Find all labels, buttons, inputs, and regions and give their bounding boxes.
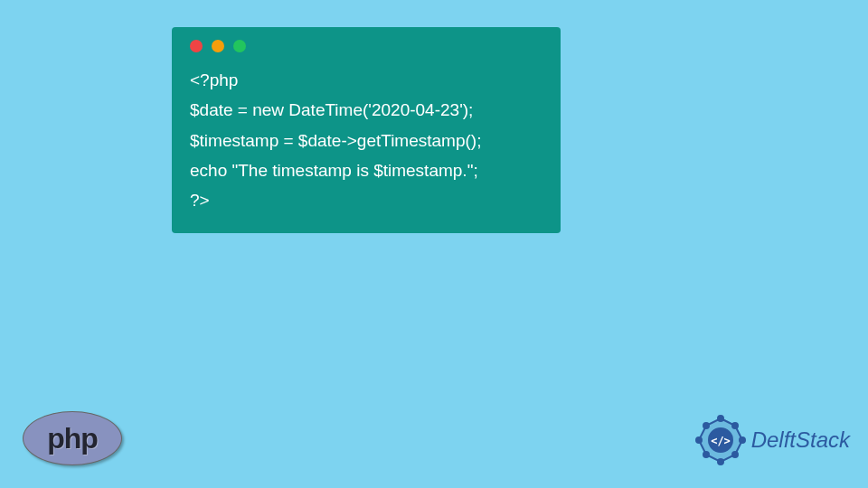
code-window: <?php $date = new DateTime('2020-04-23')… xyxy=(172,27,561,233)
svg-point-2 xyxy=(718,416,723,421)
code-line: $timestamp = $date->getTimestamp(); xyxy=(190,126,542,155)
svg-point-9 xyxy=(703,423,709,428)
svg-point-5 xyxy=(732,452,738,457)
svg-text:</>: </> xyxy=(711,435,731,447)
close-dot-icon xyxy=(190,40,203,52)
maximize-dot-icon xyxy=(233,40,246,52)
svg-point-3 xyxy=(732,423,738,428)
delftstack-logo: </> DelftStack xyxy=(695,415,850,465)
window-controls xyxy=(190,40,542,52)
svg-point-8 xyxy=(696,437,702,443)
svg-point-6 xyxy=(718,459,723,465)
delftstack-icon: </> xyxy=(695,415,746,465)
svg-point-4 xyxy=(740,437,745,443)
php-logo-text: php xyxy=(47,422,98,455)
code-line: echo "The timestamp is $timestamp."; xyxy=(190,155,542,185)
code-line: <?php xyxy=(190,65,542,95)
code-line: ?> xyxy=(190,185,542,215)
code-line: $date = new DateTime('2020-04-23'); xyxy=(190,95,542,125)
minimize-dot-icon xyxy=(212,40,224,52)
php-logo-icon: php xyxy=(23,411,122,465)
svg-point-7 xyxy=(703,452,709,457)
delftstack-text: DelftStack xyxy=(751,427,850,453)
